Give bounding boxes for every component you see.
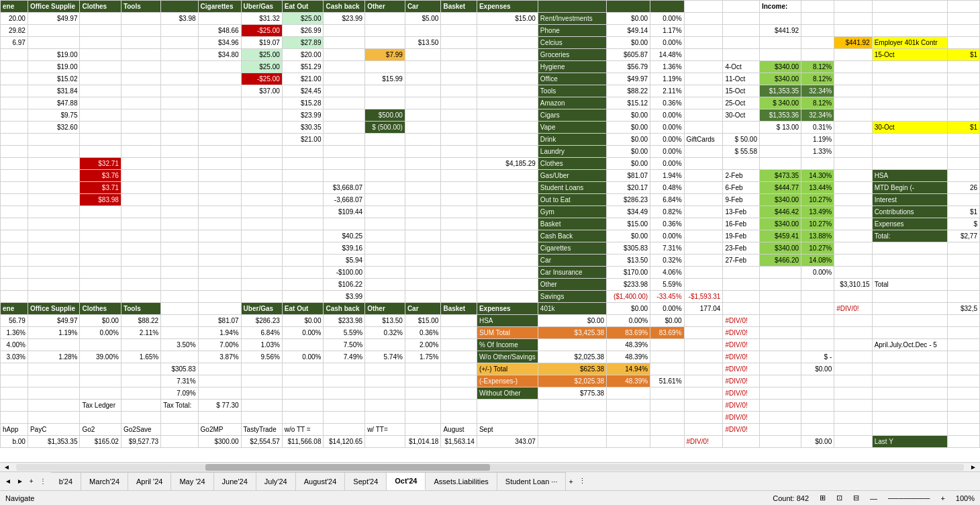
tab-april24[interactable]: April '24: [128, 472, 171, 490]
table-row: Laundry $0.00 0.00% $ 55.58 1.33%: [1, 146, 980, 158]
insert-sheet-button[interactable]: +: [566, 472, 575, 490]
col-header-office: Office Supplie: [28, 1, 80, 13]
table-row: $5.94 Car $13.50 0.32% 27-Feb $466.20 14…: [1, 255, 980, 267]
sheet-area[interactable]: ene Office Supplie Clothes Tools Cigaret…: [0, 0, 980, 462]
table-row: $83.98 -3,668.07 Out to Eat $286.23 6.84…: [1, 194, 980, 206]
tab-july24[interactable]: July'24: [256, 472, 296, 490]
scrollbar-track: [16, 464, 964, 471]
tab-march24[interactable]: March'24: [81, 472, 128, 490]
table-row: $21.00 Drink $0.00 0.00% GiftCards $ 50.…: [1, 134, 980, 146]
table-row: $19.00 $25.00 $51.29 Hygiene $56.79 1.36…: [1, 61, 980, 73]
view-page-button[interactable]: ⊡: [836, 494, 842, 502]
spreadsheet: ene Office Supplie Clothes Tools Cigaret…: [0, 0, 980, 505]
scrollbar-thumb[interactable]: [205, 464, 490, 471]
table-row: $3.76 Gas/Uber $81.07 1.94% 2-Feb: [1, 170, 980, 182]
table-row: 3.03% 1.28% 39.00% 1.65% 3.87% 9.56% 0.0…: [1, 351, 980, 363]
table-row: 56.79 $49.97 $0.00 $88.22 $81.07 $286.23…: [1, 315, 980, 327]
zoom-label: —: [870, 494, 877, 502]
table-row: $19.00 $34.80 $25.00 $20.00 $7.99 Grocer…: [1, 49, 980, 61]
tab-nav-right[interactable]: ►: [15, 476, 26, 486]
zoom-in-button[interactable]: +: [940, 494, 944, 502]
col-header-other: Other: [365, 1, 405, 13]
col-header-expenses: Expenses: [477, 1, 538, 13]
col-header-clothes: Clothes: [80, 1, 121, 13]
table-row: ene Office Supplie Clothes Tools Cigaret…: [1, 1, 980, 13]
status-bar: Navigate Count: 842 ⊞ ⊡ ⊟ — ──────── + 1…: [0, 490, 980, 505]
table-row: $15.02 -$25.00 $21.00 $15.99 Office $49.…: [1, 73, 980, 85]
tab-b24[interactable]: b'24: [51, 472, 81, 490]
col-header-car: Car: [405, 1, 441, 13]
table-row: Basket $15.00 0.36% 16-Feb $340.00 10.27…: [1, 218, 980, 230]
col-header: ene: [1, 1, 28, 13]
tab-june24[interactable]: June'24: [214, 472, 256, 490]
navigate-label: Navigate: [5, 494, 34, 502]
scroll-right-button[interactable]: ►: [967, 463, 980, 471]
tab-nav-left[interactable]: ◄: [3, 476, 13, 486]
table-row: $3.71 $3,668.07 Student Loans $20.17 0.4…: [1, 182, 980, 194]
giftcards-label: GiftCards: [684, 134, 723, 146]
table-row: #DIV/0!: [1, 412, 980, 424]
table-row: $109.44 Gym $34.49 0.82% 13-Feb $446.42 …: [1, 206, 980, 218]
table-row: 4.00% 3.50% 7.00% 1.03% 7.50% 2.00% % Of…: [1, 339, 980, 351]
table-row: $9.75 $23.99 $500.00 Cigars $0.00 0.00%: [1, 109, 980, 122]
zoom-slider[interactable]: ────────: [888, 494, 930, 502]
count-label: Count: 842: [773, 494, 809, 502]
table-row: 20.00 $49.97 $3.98 $31.32 $25.00 $23.99 …: [1, 13, 980, 25]
col-header-uber: Uber/Gas: [241, 1, 282, 13]
col-header-tools: Tools: [121, 1, 160, 13]
add-sheet-button[interactable]: +: [27, 476, 36, 486]
table-row: $106.22 Other $233.98 5.59% $3,310.15 To…: [1, 279, 980, 291]
tab-student-loan[interactable]: Student Loan ···: [497, 472, 567, 490]
table-row: -$100.00 Car Insurance $170.00 4.06% 0.0…: [1, 267, 980, 279]
tab-oct24[interactable]: Oct'24: [387, 472, 426, 490]
table-row: $32.71 $4,185.29 Clothes $0.00 0.00%: [1, 158, 980, 170]
table-row: $40.25 Cash Back $0.00 0.00% 19-Feb $459…: [1, 230, 980, 242]
table-row: $3.99 Savings ($1,400.00) -33.45% -$1,59…: [1, 291, 980, 303]
horizontal-scrollbar[interactable]: ◄ ►: [0, 462, 980, 471]
zoom-value: 100%: [956, 494, 975, 502]
col-header-cashback: Cash back: [324, 1, 365, 13]
table-row: $32.60 $30.35 $ (500.00) Vape $0.00 0.00…: [1, 122, 980, 134]
table-row: Tax Ledger Tax Total: $ 77.30 #DIV/0!: [1, 400, 980, 412]
col-header-eat: Eat Out: [282, 1, 324, 13]
col-header-cigs: Cigarettes: [198, 1, 241, 13]
sheet-tab-bar: ◄ ► + ⋮ b'24 March'24 April '24 May '24 …: [0, 471, 980, 490]
main-table: ene Office Supplie Clothes Tools Cigaret…: [0, 0, 980, 448]
sheet-options-button[interactable]: ⋮: [38, 476, 48, 486]
expense-cat-rent: Rent/Investments: [538, 13, 606, 25]
table-row: $39.16 Cigarettes $305.83 7.31% 23-Feb $…: [1, 242, 980, 255]
table-row: $31.84 $37.00 $24.45 Tools $88.22 2.11%: [1, 85, 980, 97]
table-row: hApp PayC Go2 Go2Save Go2MP TastyTrade w…: [1, 424, 980, 436]
scroll-left-button[interactable]: ◄: [0, 463, 13, 471]
table-row: ene Office Supplie Clothes Tools Uber/Ga…: [1, 303, 980, 315]
table-row: 29.82 $48.66 -$25.00 $26.99 Phone $49.14: [1, 25, 980, 37]
table-row: $305.83 (+/-) Total $625.38 14.94% #DIV/…: [1, 363, 980, 375]
income-header: Income:: [759, 1, 801, 13]
table-row: 7.31% (-Expenses-) $2,025.38 48.39% 51.6…: [1, 375, 980, 387]
table-row: 1.36% 1.19% 0.00% 2.11% 1.94% 6.84% 0.00…: [1, 327, 980, 339]
view-preview-button[interactable]: ⊟: [853, 494, 859, 502]
table-row: 7.09% Without Other $775.38 #DIV/0!: [1, 387, 980, 400]
table-row: 6.97 $34.96 $19.07 $27.89 $13.50 Celcius…: [1, 37, 980, 49]
view-normal-button[interactable]: ⊞: [820, 494, 826, 502]
col-header-basket: Basket: [441, 1, 477, 13]
tab-august24[interactable]: August'24: [296, 472, 346, 490]
tab-assets-liabilities[interactable]: Assets.Liabilities: [426, 472, 497, 490]
table-row: b.00 $1,353.35 $165.02 $9,527.73 $300.00…: [1, 436, 980, 448]
sheet-context-menu-button[interactable]: ⋮: [576, 472, 589, 490]
tab-sept24[interactable]: Sept'24: [345, 472, 387, 490]
tab-may24[interactable]: May '24: [171, 472, 213, 490]
table-row: $47.88 $15.28 Amazon $15.12 0.36%: [1, 97, 980, 109]
